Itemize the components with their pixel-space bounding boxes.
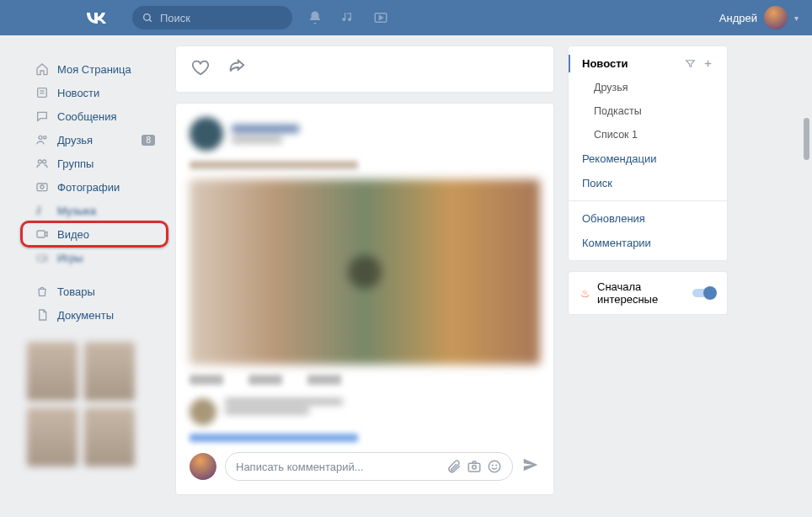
svg-rect-10 xyxy=(37,184,47,191)
svg-point-18 xyxy=(492,465,493,466)
nav-label: Фотографии xyxy=(57,181,120,194)
attach-icon[interactable] xyxy=(446,459,462,474)
nav-label: Игры xyxy=(57,252,83,264)
top-bar: Поиск Андрей ▾ xyxy=(0,0,812,35)
friends-icon xyxy=(34,133,51,147)
comment-preview xyxy=(190,398,540,425)
comment-row: Написать комментарий... xyxy=(190,452,540,481)
nav-label: Друзья xyxy=(57,134,93,147)
feed: Написать комментарий... xyxy=(175,45,554,505)
filter-recommendations[interactable]: Рекомендации xyxy=(569,147,727,171)
svg-point-11 xyxy=(40,185,44,189)
username: Андрей xyxy=(719,12,757,24)
send-icon[interactable] xyxy=(521,456,540,477)
filter-news[interactable]: Новости xyxy=(569,51,727,76)
more-comments-link[interactable] xyxy=(190,434,358,442)
post-text xyxy=(190,161,358,169)
svg-point-17 xyxy=(489,461,500,472)
video-icon xyxy=(34,227,51,241)
filter-comments[interactable]: Комментарии xyxy=(569,231,727,255)
like-icon[interactable] xyxy=(191,58,210,80)
svg-point-14 xyxy=(44,258,45,258)
comment-placeholder: Написать комментарий... xyxy=(236,461,364,473)
friends-preview xyxy=(27,342,162,466)
avatar xyxy=(764,6,788,29)
nav-messages[interactable]: Сообщения xyxy=(27,104,162,128)
interesting-first-toggle[interactable]: ♨ Сначала интересные xyxy=(568,271,728,315)
nav-label: Сообщения xyxy=(57,110,117,123)
plus-icon[interactable] xyxy=(702,58,713,69)
top-icons xyxy=(307,10,388,25)
nav-market[interactable]: Товары xyxy=(27,280,162,303)
left-sidebar: Моя СтраницаНовостиСообщенияДрузья8Групп… xyxy=(27,45,162,505)
music-icon[interactable] xyxy=(341,11,355,24)
news-filter-card: Новости Друзья Подкасты Список 1 Рекомен… xyxy=(568,45,728,261)
filter-podcasts[interactable]: Подкасты xyxy=(569,99,727,123)
svg-line-1 xyxy=(149,19,152,22)
groups-icon xyxy=(34,157,51,170)
nav-label: Моя Страница xyxy=(57,63,131,76)
post-header xyxy=(190,117,540,151)
nav-games[interactable]: Игры xyxy=(27,246,162,269)
post-stats xyxy=(190,375,540,385)
nav-label: Видео xyxy=(57,228,89,241)
emoji-icon[interactable] xyxy=(487,459,502,474)
news-icon xyxy=(34,86,51,99)
docs-icon xyxy=(34,308,51,322)
filter-updates[interactable]: Обновления xyxy=(569,206,727,231)
chevron-down-icon: ▾ xyxy=(794,13,799,23)
svg-rect-15 xyxy=(468,463,480,472)
nav-label: Документы xyxy=(57,309,114,322)
play-icon[interactable] xyxy=(348,255,382,289)
nav-label: Группы xyxy=(57,157,93,170)
messages-icon xyxy=(34,109,51,123)
camera-icon[interactable] xyxy=(467,459,482,474)
market-icon xyxy=(34,285,51,298)
nav-photos[interactable]: Фотографии xyxy=(27,175,162,199)
music-icon xyxy=(34,204,51,217)
svg-point-19 xyxy=(496,465,497,466)
post-card: Написать комментарий... xyxy=(175,103,554,495)
avatar xyxy=(190,453,216,480)
filter-friends[interactable]: Друзья xyxy=(569,76,727,99)
video-play-icon[interactable] xyxy=(373,10,388,25)
svg-point-7 xyxy=(44,136,46,139)
svg-point-8 xyxy=(38,160,41,163)
svg-point-16 xyxy=(473,466,477,470)
photos-icon xyxy=(34,180,51,194)
games-icon xyxy=(34,251,51,264)
comment-input[interactable]: Написать комментарий... xyxy=(225,452,513,481)
post-avatar[interactable] xyxy=(190,117,223,151)
nav-badge: 8 xyxy=(142,135,155,146)
scrollbar[interactable] xyxy=(804,118,809,160)
nav-friends[interactable]: Друзья8 xyxy=(27,128,162,152)
svg-point-0 xyxy=(144,13,151,20)
svg-rect-13 xyxy=(37,255,47,261)
search-input[interactable]: Поиск xyxy=(132,6,292,29)
fire-icon: ♨ xyxy=(580,287,590,300)
post-actions-card xyxy=(175,45,554,93)
search-placeholder: Поиск xyxy=(160,12,190,24)
filter-icon[interactable] xyxy=(685,58,696,69)
vk-logo[interactable] xyxy=(85,7,107,29)
nav-video[interactable]: Видео xyxy=(27,222,162,246)
nav-label: Новости xyxy=(57,87,99,99)
right-sidebar: Новости Друзья Подкасты Список 1 Рекомен… xyxy=(568,45,728,505)
home-icon xyxy=(34,62,51,76)
share-icon[interactable] xyxy=(227,58,247,80)
notifications-icon[interactable] xyxy=(307,10,323,25)
nav-music[interactable]: Музыка xyxy=(27,199,162,222)
nav-home[interactable]: Моя Страница xyxy=(27,57,162,81)
toggle-switch[interactable] xyxy=(692,289,715,297)
nav-docs[interactable]: Документы xyxy=(27,303,162,327)
svg-point-6 xyxy=(39,136,42,139)
filter-list1[interactable]: Список 1 xyxy=(569,123,727,147)
svg-rect-12 xyxy=(37,231,45,237)
post-video[interactable] xyxy=(190,179,540,365)
nav-label: Музыка xyxy=(57,205,96,217)
nav-label: Товары xyxy=(57,285,95,298)
nav-news[interactable]: Новости xyxy=(27,81,162,104)
nav-groups[interactable]: Группы xyxy=(27,152,162,175)
filter-search[interactable]: Поиск xyxy=(569,171,727,195)
user-menu[interactable]: Андрей ▾ xyxy=(719,6,799,29)
